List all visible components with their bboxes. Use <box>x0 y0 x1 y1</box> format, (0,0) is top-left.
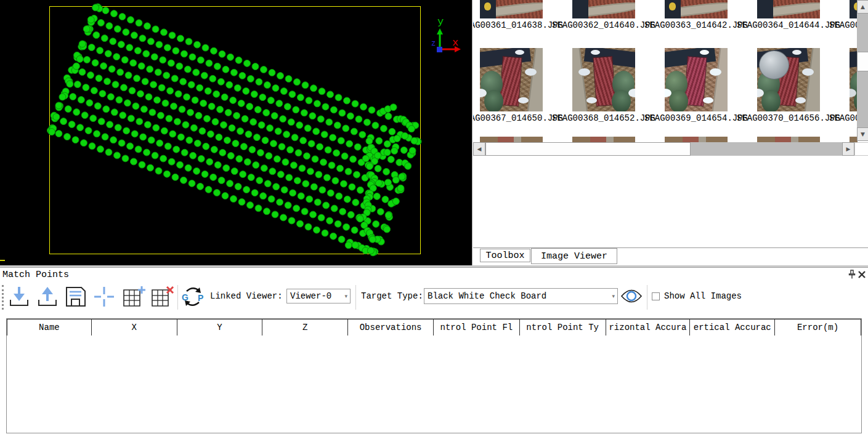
chevron-down-icon: ▾ <box>344 293 347 299</box>
target-type-value: Black White Check Board <box>428 291 546 301</box>
image-thumbnail-gallery[interactable]: SEAG00361_014638.JPGSEAG00367_014650.JPG… <box>473 0 858 156</box>
chevron-down-icon: ▾ <box>612 293 615 299</box>
scrollbar-corner <box>854 142 868 156</box>
tab-image-viewer[interactable]: Image Viewer <box>531 248 617 264</box>
thumbnail-image[interactable] <box>757 48 820 111</box>
add-grid-icon <box>121 285 146 308</box>
delete-grid-button[interactable] <box>149 284 175 310</box>
match-points-panel: Match Points <box>0 268 868 442</box>
delete-grid-icon <box>150 285 174 308</box>
linked-viewer-label: Linked Viewer: <box>210 291 283 301</box>
scroll-right-button[interactable]: ▶ <box>842 142 854 156</box>
thumbnail-image[interactable] <box>665 137 728 142</box>
save-button[interactable] <box>63 284 89 310</box>
import-button[interactable] <box>6 284 32 310</box>
column-header-name[interactable]: Name <box>7 319 92 336</box>
scroll-down-button[interactable]: ▼ <box>857 127 868 141</box>
column-header-observations[interactable]: Observations <box>348 319 434 336</box>
pick-point-icon <box>92 285 116 308</box>
thumbnail-image[interactable] <box>572 48 635 111</box>
image-filename: SEAG00371_014658.JPG <box>819 113 858 123</box>
linked-viewer-select[interactable]: Viewer-0 ▾ <box>286 289 351 303</box>
eye-icon[interactable] <box>620 287 643 305</box>
thumbnail-image[interactable] <box>572 137 635 142</box>
thumbnail-image[interactable] <box>480 48 543 111</box>
show-all-images-checkbox[interactable] <box>652 292 660 300</box>
panel-title: Match Points <box>2 270 69 280</box>
bottom-tab-bar: Toolbox Image Viewer <box>473 248 868 265</box>
axis-gizmo: y x z <box>424 14 467 58</box>
import-icon <box>7 285 31 308</box>
pin-icon[interactable] <box>848 270 857 279</box>
add-grid-button[interactable] <box>121 284 147 310</box>
boundary-tick <box>0 260 5 261</box>
axis-origin <box>437 47 442 52</box>
image-filename: SEAG00365_014646.JPG <box>819 20 858 30</box>
match-points-table: NameXYZObservationsntrol Point Flntrol P… <box>6 318 862 433</box>
target-type-label: Target Type: <box>361 291 423 301</box>
column-header-ertical-accurac[interactable]: ertical Accurac <box>690 319 775 336</box>
pick-point-button[interactable] <box>91 284 117 310</box>
image-viewer-panel: SEAG00361_014638.JPGSEAG00367_014650.JPG… <box>472 0 868 265</box>
thumbnail-image[interactable] <box>665 48 728 111</box>
thumbnail-image[interactable] <box>665 0 728 18</box>
thumbnail-image[interactable] <box>757 137 820 142</box>
column-header-ntrol-point-ty[interactable]: ntrol Point Ty <box>520 319 606 336</box>
thumbnail-image[interactable] <box>757 0 820 18</box>
empty-preview-area <box>473 156 868 248</box>
match-points-toolbar: G P Linked Viewer: Viewer-0 ▾ Target Typ… <box>0 283 868 312</box>
toolbar-drag-handle[interactable] <box>2 285 4 310</box>
column-header-ntrol-point-fl[interactable]: ntrol Point Fl <box>434 319 520 336</box>
horizontal-scroll-thumb[interactable] <box>485 142 691 156</box>
column-header-rizontal-accura[interactable]: rizontal Accura <box>606 319 691 336</box>
column-header-error-m-[interactable]: Error(m) <box>775 319 861 336</box>
vertical-scroll-thumb[interactable] <box>857 52 868 71</box>
scroll-left-button[interactable]: ◀ <box>473 142 485 156</box>
scroll-up-button[interactable]: ▲ <box>857 0 868 14</box>
gps-sync-button[interactable]: G P <box>180 284 206 310</box>
axis-x-label: x <box>452 37 458 49</box>
table-body-empty[interactable] <box>7 336 861 433</box>
save-icon <box>64 285 87 308</box>
show-all-images-label: Show All Images <box>664 291 742 301</box>
column-header-y[interactable]: Y <box>177 319 263 336</box>
svg-text:P: P <box>198 293 203 303</box>
point-cloud-viewport[interactable]: y x z <box>0 0 472 265</box>
thumbnail-image[interactable] <box>572 0 635 18</box>
export-icon <box>36 285 59 308</box>
axis-z-label: z <box>431 39 436 48</box>
table-header-row: NameXYZObservationsntrol Point Flntrol P… <box>7 319 861 336</box>
axis-y-label: y <box>437 16 444 28</box>
linked-viewer-value: Viewer-0 <box>290 291 331 301</box>
application-window: { "viewport": { "axis": { "x_label": "x"… <box>0 0 868 442</box>
thumbnail-image[interactable] <box>480 0 543 18</box>
gps-sync-icon: G P <box>180 285 205 308</box>
target-type-select[interactable]: Black White Check Board ▾ <box>424 288 618 304</box>
svg-text:G: G <box>182 292 189 302</box>
thumbnail-image[interactable] <box>480 137 543 142</box>
tab-toolbox[interactable]: Toolbox <box>480 249 530 262</box>
camera-position-dots <box>0 0 472 265</box>
column-header-z[interactable]: Z <box>262 319 348 336</box>
export-button[interactable] <box>34 284 60 310</box>
column-header-x[interactable]: X <box>92 319 177 336</box>
close-icon[interactable] <box>858 270 866 279</box>
